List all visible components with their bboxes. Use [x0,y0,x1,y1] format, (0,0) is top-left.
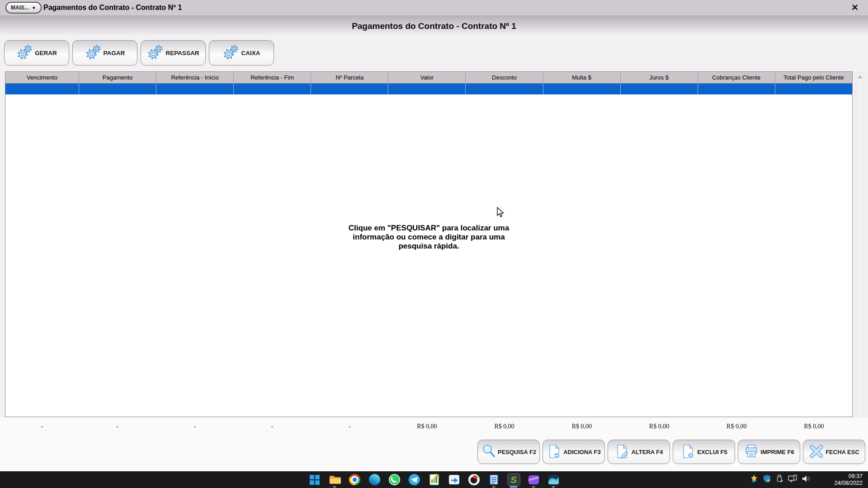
total-multa: R$ 0,00 [543,421,620,432]
total-cobrancas-cliente: R$ 0,00 [698,421,775,432]
close-x-icon [809,444,824,460]
total-pago-cliente: R$ 0,00 [775,421,853,432]
document-add-icon [547,444,562,460]
windows-start-icon[interactable] [309,474,321,486]
caixa-label: CAIXA [241,50,260,56]
gerar-label: GERAR [35,50,57,56]
column-header-juros[interactable]: Juros $ [621,72,698,83]
imprime-button[interactable]: IMPRIME F6 [738,440,800,464]
file-explorer-icon[interactable] [329,474,341,486]
printer-icon [744,444,759,460]
caixa-button[interactable]: CAIXA [209,40,274,66]
empty-message-line3: pesquisa rápida. [5,242,852,251]
network-display-icon[interactable] [788,474,797,485]
system-erp-app-icon[interactable]: S [508,474,520,486]
taskbar-clock[interactable]: 09:37 24/08/2022 [834,473,863,487]
total-referencia-fim: - [233,421,311,432]
empty-message-line2: informação ou comece a digitar para uma [5,233,852,242]
document-edit-icon [614,444,630,460]
total-desconto: R$ 0,00 [466,421,543,432]
column-header-desconto[interactable]: Desconto [466,72,543,83]
column-header-cobrancas-cliente[interactable]: Cobranças Cliente [698,72,775,83]
gerar-button[interactable]: GERAR [4,40,69,66]
gears-icon [16,44,33,62]
taskbar-icons: S [0,471,868,488]
adiciona-button[interactable]: ADICIONA F3 [542,440,605,464]
whatsapp-icon[interactable] [388,474,401,486]
chevron-down-icon: ▼ [32,5,36,10]
window-title: Pagamentos do Contrato - Contrato Nº 1 [43,0,182,15]
total-pagamento: - [79,421,156,432]
imprime-label: IMPRIME F6 [760,449,794,455]
exclui-button[interactable]: EXCLUI F5 [673,440,735,464]
export-app-icon[interactable] [448,474,460,486]
speaker-icon[interactable] [802,474,811,485]
total-valor: R$ 0,00 [388,421,466,432]
repassar-button[interactable]: REPASSAR [141,40,206,66]
action-toolbar: GERAR PAGAR REPASSAR CAIXA [4,40,274,66]
column-header-pagamento[interactable]: Pagamento [79,72,156,83]
system-tray [750,471,811,488]
gears-icon [147,44,164,62]
payments-grid: Vencimento Pagamento Referência - Início… [5,71,853,417]
grid-header-row: Vencimento Pagamento Referência - Início… [5,72,852,84]
pesquisa-label: PESQUISA F2 [498,449,536,455]
column-header-referencia-inicio[interactable]: Referência - Início [156,72,234,83]
fecha-button[interactable]: FECHA ESC [803,440,865,464]
crud-toolbar: PESQUISA F2 ADICIONA F3 ALTERA F4 EXCLUI… [477,440,865,464]
usb-device-icon[interactable] [775,474,784,485]
column-header-vencimento[interactable]: Vencimento [5,72,79,83]
empty-grid-message: Clique em "PESQUISAR" para localizar uma… [5,224,852,251]
red-bird-app-icon[interactable] [468,474,480,486]
close-button[interactable]: ✕ [849,2,861,14]
windows-security-icon[interactable] [763,474,771,485]
altera-button[interactable]: ALTERA F4 [608,440,670,464]
notes-app-icon[interactable] [488,474,500,486]
telegram-icon[interactable] [408,474,420,486]
column-header-valor[interactable]: Valor [388,72,466,83]
page-title: Pagamentos do Contrato - Contrato Nº 1 [0,15,868,37]
tray-time: 09:37 [834,473,863,480]
windows-taskbar: S [0,471,868,488]
column-header-parcela[interactable]: Nº Parcela [311,72,388,83]
gears-icon [85,44,102,62]
edge-icon[interactable] [368,474,381,486]
selected-empty-row[interactable] [5,84,852,94]
pagar-label: PAGAR [104,50,125,56]
vertical-scrollbar[interactable] [856,72,864,427]
tray-date: 24/08/2022 [834,480,863,487]
window-titlebar: MAIS... ▼ Pagamentos do Contrato - Contr… [0,0,868,15]
column-header-referencia-fim[interactable]: Referência - Fim [234,72,311,83]
header-band: Pagamentos do Contrato - Contrato Nº 1 [0,15,868,37]
gears-icon [222,44,240,62]
column-header-total-pago-cliente[interactable]: Total Pago pelo Cliente [775,72,852,83]
column-header-multa[interactable]: Multa $ [543,72,621,83]
fecha-label: FECHA ESC [826,449,859,455]
video-editor-app-icon[interactable] [528,474,540,486]
adiciona-label: ADICIONA F3 [563,449,601,455]
chrome-icon[interactable] [349,474,361,486]
exclui-label: EXCLUI F5 [697,449,727,455]
remote-access-icon[interactable] [750,474,759,485]
paint-app-icon[interactable] [547,474,560,486]
altera-label: ALTERA F4 [631,449,663,455]
pesquisa-button[interactable]: PESQUISA F2 [477,440,540,464]
empty-message-line1: Clique em "PESQUISAR" para localizar uma [5,224,852,233]
total-referencia-inicio: - [156,421,233,432]
mais-dropdown-button[interactable]: MAIS... ▼ [5,2,42,14]
repassar-label: REPASSAR [165,50,199,56]
total-juros: R$ 0,00 [620,421,698,432]
total-parcela: - [311,421,388,432]
mouse-cursor [496,207,506,220]
document-editor-icon[interactable] [428,474,440,486]
scroll-up-arrow-icon[interactable] [856,73,863,80]
pagar-button[interactable]: PAGAR [72,40,137,66]
search-icon [481,444,496,460]
totals-row: - - - - - R$ 0,00 R$ 0,00 R$ 0,00 R$ 0,0… [5,421,853,432]
document-delete-icon [680,444,696,460]
mais-label: MAIS... [11,5,29,11]
total-vencimento: - [5,421,79,432]
